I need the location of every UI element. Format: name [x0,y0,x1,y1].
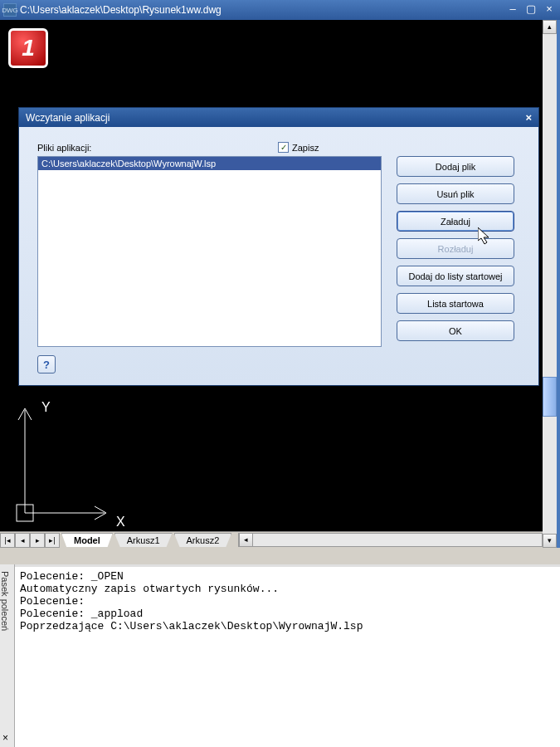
save-checkbox-label[interactable]: Zapisz [292,143,319,153]
ucs-x-label: X [116,515,125,530]
minimize-button[interactable]: – [505,3,520,17]
help-button[interactable]: ? [37,355,56,374]
scroll-left-button[interactable]: ◂ [239,534,253,546]
callout-marker-1: 1 [8,28,48,68]
scroll-down-button[interactable]: ▾ [543,534,557,548]
dialog-titlebar[interactable]: Wczytanie aplikacji × [19,108,538,127]
window-title: C:\Users\aklaczek\Desktop\Rysunek1ww.dwg [20,4,505,16]
tab-last-button[interactable]: ▸| [45,533,60,548]
command-sidebar[interactable]: Pasek poleceń × [0,564,15,747]
unload-button: Rozładuj [397,238,514,259]
app-icon: DWG [3,3,17,17]
files-label: Pliki aplikacji: [37,143,278,153]
tab-next-button[interactable]: ▸ [30,533,45,548]
tab-prev-button[interactable]: ◂ [15,533,30,548]
tab-arkusz2[interactable]: Arkusz2 [174,533,232,547]
close-button[interactable]: × [542,3,557,17]
command-line[interactable]: Polecenie: _OPEN Automatyczny zapis otwa… [15,564,560,747]
horizontal-scrollbar[interactable]: ◂ ▸ [238,533,557,547]
layout-tabs-bar: |◂ ◂ ▸ ▸| Model Arkusz1 Arkusz2 ◂ ▸ [0,531,557,548]
maximize-button[interactable]: ▢ [523,3,538,17]
scroll-thumb[interactable] [543,377,557,417]
vertical-scrollbar[interactable]: ▴ ▾ [543,20,557,548]
dialog-close-button[interactable]: × [525,111,532,124]
command-panel: Pasek poleceń × Polecenie: _OPEN Automat… [0,564,560,747]
drawing-canvas[interactable]: 1 Y X |◂ ◂ ▸ ▸| Model Arkusz1 Arkusz2 ◂ … [0,20,560,548]
list-item[interactable]: C:\Users\aklaczek\Desktop\WyrownajW.lsp [38,157,381,170]
files-listbox[interactable]: C:\Users\aklaczek\Desktop\WyrownajW.lsp [37,156,382,347]
window-titlebar: DWG C:\Users\aklaczek\Desktop\Rysunek1ww… [0,0,560,20]
load-button[interactable]: Załaduj [397,211,514,232]
ok-button[interactable]: OK [397,320,514,341]
load-application-dialog: Wczytanie aplikacji × Pliki aplikacji: ✓… [18,107,539,386]
add-file-button[interactable]: Dodaj plik [397,156,514,177]
command-close-icon[interactable]: × [2,732,8,744]
add-to-startup-button[interactable]: Dodaj do listy startowej [397,266,514,286]
command-sidebar-label: Pasek poleceń [0,564,10,631]
tab-first-button[interactable]: |◂ [0,533,15,548]
save-checkbox[interactable]: ✓ [278,142,289,153]
dialog-title-text: Wczytanie aplikacji [26,112,110,124]
ucs-y-label: Y [41,400,51,415]
scroll-up-button[interactable]: ▴ [543,20,557,34]
remove-file-button[interactable]: Usuń plik [397,183,514,204]
startup-list-button[interactable]: Lista startowa [397,293,514,314]
tab-arkusz1[interactable]: Arkusz1 [114,533,173,547]
svg-rect-2 [17,505,33,521]
tab-model[interactable]: Model [61,533,113,547]
